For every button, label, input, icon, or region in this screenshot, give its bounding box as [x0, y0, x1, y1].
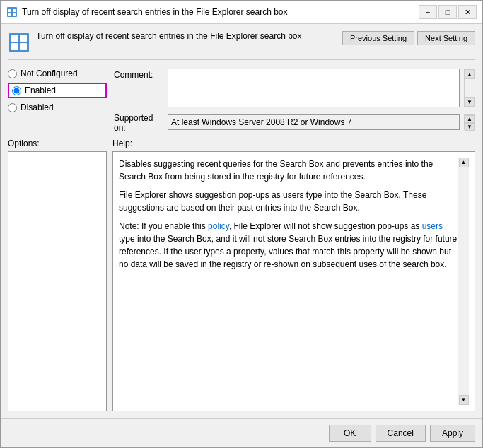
svg-rect-3 [8, 13, 11, 16]
radio-panel: Not Configured Enabled Disabled [8, 69, 107, 133]
help-text: Disables suggesting recent queries for t… [119, 158, 458, 405]
supported-row: Supported on: At least Windows Server 20… [114, 112, 475, 133]
not-configured-option[interactable]: Not Configured [8, 69, 107, 78]
disabled-radio[interactable] [8, 103, 17, 112]
supported-value: At least Windows Server 2008 R2 or Windo… [168, 114, 460, 130]
next-setting-button[interactable]: Next Setting [417, 31, 475, 45]
footer: OK Cancel Apply [1, 418, 482, 447]
help-scrollbar[interactable]: ▲ ▼ [458, 158, 469, 405]
svg-rect-0 [7, 7, 17, 17]
options-label: Options: [8, 138, 107, 148]
bottom-panels: Options: Help: Disables suggesting recen… [8, 138, 475, 411]
options-panel: Options: [8, 138, 107, 411]
comment-scrollbar[interactable]: ▲ ▼ [464, 69, 475, 107]
header-buttons: Previous Setting Next Setting [342, 31, 475, 45]
svg-rect-1 [8, 9, 11, 12]
scroll-up-btn[interactable]: ▲ [465, 69, 475, 79]
help-box: Disables suggesting recent queries for t… [112, 151, 475, 411]
help-paragraph-1: Disables suggesting recent queries for t… [119, 158, 458, 183]
maximize-button[interactable]: □ [438, 5, 457, 19]
scroll-down-btn[interactable]: ▼ [465, 97, 475, 107]
policy-link[interactable]: policy [208, 221, 229, 231]
middle-section: Not Configured Enabled Disabled Comment: [8, 69, 475, 133]
svg-rect-6 [11, 35, 18, 42]
window-icon [6, 6, 18, 18]
comment-row: Comment: ▲ ▼ [114, 69, 475, 107]
enabled-radio[interactable] [12, 86, 21, 95]
svg-rect-7 [20, 35, 27, 42]
svg-rect-2 [13, 9, 16, 12]
supported-scroll-down[interactable]: ▼ [465, 123, 475, 131]
help-paragraph-3: Note: If you enable this policy, File Ex… [119, 220, 458, 271]
cancel-button[interactable]: Cancel [376, 425, 426, 442]
help-scroll-up[interactable]: ▲ [459, 158, 469, 167]
help-panel: Help: Disables suggesting recent queries… [112, 138, 475, 411]
right-form: Comment: ▲ ▼ Supported on: At least Wind… [114, 69, 475, 133]
title-bar: Turn off display of recent search entrie… [1, 1, 482, 24]
policy-title: Turn off display of recent search entrie… [36, 31, 337, 41]
svg-rect-9 [20, 43, 27, 50]
ok-button[interactable]: OK [329, 425, 371, 442]
minimize-button[interactable]: − [419, 5, 437, 19]
radio-group: Not Configured Enabled Disabled [8, 69, 107, 112]
policy-header: Turn off display of recent search entrie… [8, 31, 475, 60]
help-label: Help: [112, 138, 475, 148]
previous-setting-button[interactable]: Previous Setting [342, 31, 414, 45]
svg-rect-8 [11, 43, 18, 50]
disabled-option[interactable]: Disabled [8, 102, 107, 112]
apply-button[interactable]: Apply [430, 425, 475, 442]
not-configured-radio[interactable] [8, 69, 17, 78]
supported-scroll-up[interactable]: ▲ [465, 115, 475, 123]
help-scroll-down[interactable]: ▼ [459, 395, 469, 405]
close-button[interactable]: ✕ [458, 5, 477, 19]
help-paragraph-2: File Explorer shows suggestion pop-ups a… [119, 189, 458, 214]
not-configured-label: Not Configured [21, 69, 78, 78]
content-area: Turn off display of recent search entrie… [1, 24, 482, 418]
policy-dialog: Turn off display of recent search entrie… [0, 0, 483, 448]
enabled-option[interactable]: Enabled [8, 83, 107, 98]
comment-input[interactable] [168, 69, 460, 107]
comment-label: Comment: [114, 69, 163, 80]
options-box [8, 151, 107, 411]
supported-scrollbar[interactable]: ▲ ▼ [464, 114, 475, 130]
window-controls: − □ ✕ [419, 5, 477, 19]
window-title: Turn off display of recent search entrie… [22, 7, 414, 17]
disabled-label: Disabled [21, 102, 54, 112]
policy-header-icon [8, 31, 30, 54]
svg-rect-4 [13, 13, 16, 16]
users-link[interactable]: users [422, 221, 443, 231]
supported-label: Supported on: [114, 112, 163, 133]
enabled-label: Enabled [25, 86, 56, 95]
